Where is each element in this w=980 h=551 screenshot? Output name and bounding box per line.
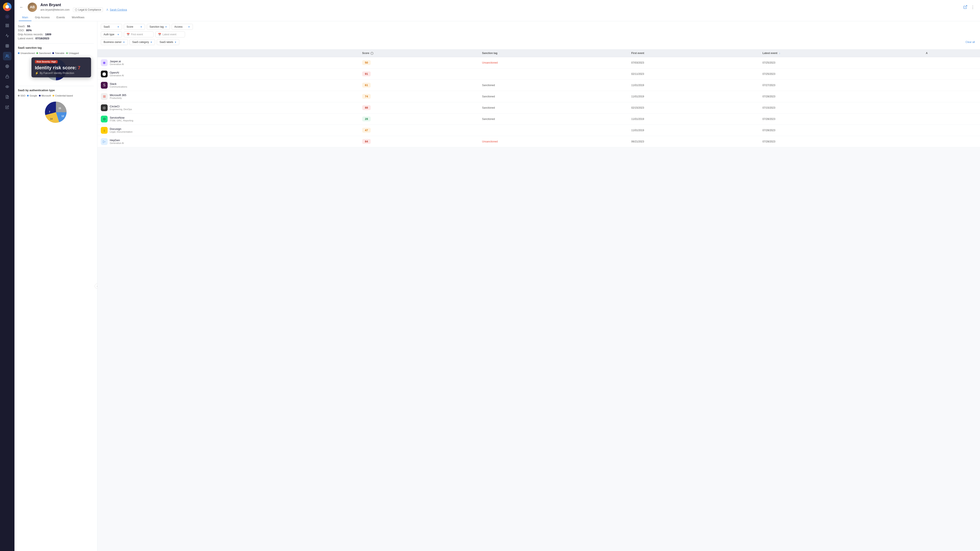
app-category: Generative AI: [110, 74, 124, 77]
app-category: Generative AI: [110, 63, 124, 65]
col-latest-event[interactable]: Latest event ↓: [759, 49, 923, 57]
col-a: A: [923, 49, 980, 57]
more-options-button[interactable]: ⋮: [970, 4, 976, 10]
stats-section: SaaS: 55 SSO: 80% Grip Access records: 1…: [18, 25, 94, 40]
table-row[interactable]: ↓ Docusign Legal, Documentation 47 11/01…: [97, 125, 980, 136]
chevron-down-icon: ▼: [174, 41, 177, 43]
chevron-down-icon: ▼: [140, 26, 142, 28]
table-row[interactable]: ◎ CircleCI Engineering, DevOps 88 Sancti…: [97, 102, 980, 113]
user-department: Legal & Compliance: [73, 8, 103, 12]
sanction-tag: Sanctioned: [482, 118, 495, 121]
col-first-event[interactable]: First event: [628, 49, 759, 57]
chevron-down-icon: ▼: [165, 26, 167, 28]
sanction-tag-cell: Sanctioned: [479, 91, 628, 102]
legend-tolerable: Tolerable: [52, 52, 64, 54]
filter-latest-event[interactable]: 📅 Latest event: [155, 32, 185, 37]
chevron-down-icon: ▼: [117, 33, 119, 36]
sanction-tag: Sanctioned: [482, 95, 495, 98]
risk-by-line: ⚡ By Falcon® Identity Protection: [35, 71, 88, 75]
legend-untagged: Untagged: [66, 52, 79, 54]
filter-auth-type[interactable]: Auth type ▼: [101, 32, 122, 37]
score-badge: 50: [362, 60, 371, 65]
user-manager-link[interactable]: Sarah Cordova: [107, 8, 127, 11]
svg-line-19: [965, 5, 967, 7]
sidebar-item-users[interactable]: [3, 52, 11, 60]
filter-score[interactable]: Score ▼: [124, 24, 145, 30]
legend-sanctioned: Sanctioned: [37, 52, 51, 54]
legend-microsoft: Microsoft: [39, 94, 51, 97]
app-name: OpenAI: [110, 71, 124, 74]
access-cell: [923, 136, 980, 147]
access-cell: [923, 57, 980, 68]
app-icon: ◉: [101, 59, 108, 66]
sidebar-item-report[interactable]: [3, 93, 11, 101]
svg-point-14: [7, 86, 8, 87]
sanction-tag-cell: Sanctioned: [479, 113, 628, 125]
score-badge: 61: [362, 83, 371, 87]
app-cell: ⬤ OpenAI Generative AI: [97, 68, 359, 79]
access-cell: [923, 68, 980, 79]
sidebar-item-plugin[interactable]: [3, 103, 11, 111]
latest-event-cell: 07/28/2023: [759, 125, 923, 136]
col-sanction-tag[interactable]: Sanction tag: [479, 49, 628, 57]
table-container: Score Sanction tag First event Latest ev…: [97, 49, 980, 551]
filter-access[interactable]: Access ▼: [172, 24, 193, 30]
filter-first-event[interactable]: 📅 First event: [124, 32, 154, 37]
app-name: Slack: [110, 82, 127, 86]
app-icon: ⬤: [101, 71, 108, 77]
sidebar-item-wave[interactable]: [3, 83, 11, 91]
table-row[interactable]: ▷ HeyGen Generative AI 84 Unsanctioned 0…: [97, 136, 980, 147]
filter-sanction-tag[interactable]: Sanction tag ▼: [147, 24, 170, 30]
table-row[interactable]: ⬤ OpenAI Generative AI 91 02/11/2023 07/…: [97, 68, 980, 79]
app-cell: ◉ Jasper.ai Generative AI: [97, 57, 359, 68]
svg-rect-0: [6, 24, 7, 25]
auth-chart-title: SaaS by authentication type: [18, 89, 94, 92]
app-name: Docusign: [110, 127, 132, 130]
latest-event-cell: 07/15/2023: [759, 102, 923, 113]
app-icon: ◎: [101, 104, 108, 111]
sidebar-item-lock[interactable]: [3, 72, 11, 81]
sidebar-item-analytics[interactable]: [3, 32, 11, 40]
col-score[interactable]: Score: [359, 49, 479, 57]
tab-main[interactable]: Main: [19, 14, 32, 21]
filter-business-owner[interactable]: Business owner ▼: [101, 39, 128, 45]
back-button[interactable]: ←: [19, 4, 24, 10]
first-event-cell: 02/15/2023: [628, 102, 759, 113]
app-logo[interactable]: [3, 3, 11, 11]
sidebar-item-dashboard[interactable]: [3, 21, 11, 30]
sidebar-item-target[interactable]: [3, 62, 11, 71]
legend-credential: Credential based: [52, 94, 73, 97]
sanction-tag-cell: Unsanctioned: [479, 57, 628, 68]
filter-saas[interactable]: SaaS ▼: [101, 24, 122, 30]
sidebar-collapse-btn[interactable]: ›: [5, 14, 10, 19]
table-row[interactable]: ⊞ Microsoft 365 Productivity 74 Sanction…: [97, 91, 980, 102]
app-cell: ⊞ Microsoft 365 Productivity: [97, 91, 359, 102]
clear-all-button[interactable]: Clear all: [964, 39, 977, 45]
access-cell: [923, 102, 980, 113]
filter-row-2: Auth type ▼ 📅 First event 📅 Latest event: [101, 32, 977, 37]
tab-workflows[interactable]: Workflows: [68, 14, 88, 21]
first-event-cell: 02/11/2023: [628, 68, 759, 79]
user-info: Ann Bryant ann.bryant@telecom.com Legal …: [40, 3, 959, 12]
sanction-tag: Sanctioned: [482, 84, 495, 87]
table-row[interactable]: S Slack Communications 61 Sanctioned 11/…: [97, 79, 980, 91]
user-email: ann.bryant@telecom.com: [40, 8, 70, 11]
filter-saas-labels[interactable]: SaaS labels ▼: [157, 39, 179, 45]
latest-event-cell: 07/27/2023: [759, 79, 923, 91]
filter-saas-category[interactable]: SaaS category ▼: [129, 39, 155, 45]
table-row[interactable]: ◉ Jasper.ai Generative AI 50 Unsanctione…: [97, 57, 980, 68]
tab-events[interactable]: Events: [53, 14, 68, 21]
tab-grip-access[interactable]: Grip Access: [32, 14, 53, 21]
table-row[interactable]: ⊙ ServiceNow ITSM, GRC, Reporting 28 San…: [97, 113, 980, 125]
access-cell: [923, 113, 980, 125]
latest-event-label: Latest event:: [18, 37, 33, 40]
panel-collapse-button[interactable]: ‹: [95, 284, 97, 289]
user-name: Ann Bryant: [40, 3, 959, 7]
latest-event-cell: 07/25/2023: [759, 57, 923, 68]
svg-point-9: [6, 55, 8, 56]
app-icon: ▷: [101, 138, 108, 145]
export-button[interactable]: [963, 4, 968, 11]
svg-rect-2: [6, 26, 7, 27]
sidebar-item-grid[interactable]: [3, 42, 11, 50]
sanction-tag: Unsanctioned: [482, 140, 498, 143]
